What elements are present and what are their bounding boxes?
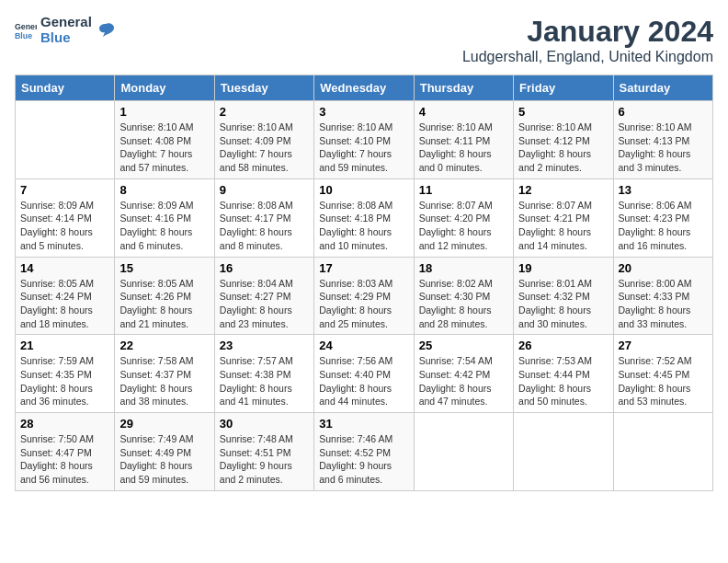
day-info: Sunrise: 8:05 AMSunset: 4:24 PMDaylight:… xyxy=(20,277,109,331)
calendar-cell: 23Sunrise: 7:57 AMSunset: 4:38 PMDayligh… xyxy=(214,335,313,413)
day-number: 28 xyxy=(20,417,109,431)
day-info: Sunrise: 7:59 AMSunset: 4:35 PMDaylight:… xyxy=(20,354,109,408)
calendar-cell: 3Sunrise: 8:10 AMSunset: 4:10 PMDaylight… xyxy=(314,101,414,179)
day-number: 10 xyxy=(319,183,408,197)
logo-icon: General Blue xyxy=(15,19,37,41)
calendar-title: January 2024 xyxy=(462,15,713,49)
page-header: General Blue General Blue January 2024 L… xyxy=(15,15,713,65)
calendar-cell: 5Sunrise: 8:10 AMSunset: 4:12 PMDaylight… xyxy=(514,101,613,179)
calendar-cell: 9Sunrise: 8:08 AMSunset: 4:17 PMDaylight… xyxy=(214,178,313,257)
day-info: Sunrise: 8:09 AMSunset: 4:14 PMDaylight:… xyxy=(20,199,109,253)
day-number: 25 xyxy=(419,339,508,352)
day-number: 22 xyxy=(119,339,209,352)
week-row-5: 28Sunrise: 7:50 AMSunset: 4:47 PMDayligh… xyxy=(16,413,713,491)
day-info: Sunrise: 7:46 AMSunset: 4:52 PMDaylight:… xyxy=(319,432,408,487)
week-row-1: 1Sunrise: 8:10 AMSunset: 4:08 PMDaylight… xyxy=(16,101,713,179)
week-row-2: 7Sunrise: 8:09 AMSunset: 4:14 PMDaylight… xyxy=(16,178,713,257)
day-info: Sunrise: 8:08 AMSunset: 4:17 PMDaylight:… xyxy=(220,199,309,253)
day-number: 15 xyxy=(119,261,209,275)
calendar-cell: 7Sunrise: 8:09 AMSunset: 4:14 PMDaylight… xyxy=(16,178,115,257)
day-info: Sunrise: 8:02 AMSunset: 4:30 PMDaylight:… xyxy=(419,277,508,331)
day-info: Sunrise: 8:01 AMSunset: 4:32 PMDaylight:… xyxy=(518,277,608,331)
calendar-cell xyxy=(613,413,712,491)
day-info: Sunrise: 8:07 AMSunset: 4:20 PMDaylight:… xyxy=(419,199,508,253)
day-number: 3 xyxy=(319,105,408,119)
day-number: 13 xyxy=(619,183,708,197)
calendar-cell: 14Sunrise: 8:05 AMSunset: 4:24 PMDayligh… xyxy=(16,257,115,335)
calendar-cell: 20Sunrise: 8:00 AMSunset: 4:33 PMDayligh… xyxy=(613,257,712,335)
calendar-cell: 22Sunrise: 7:58 AMSunset: 4:37 PMDayligh… xyxy=(115,335,214,413)
day-number: 31 xyxy=(319,417,408,431)
day-info: Sunrise: 8:00 AMSunset: 4:33 PMDaylight:… xyxy=(619,277,708,331)
calendar-cell: 8Sunrise: 8:09 AMSunset: 4:16 PMDaylight… xyxy=(115,178,214,257)
calendar-cell: 11Sunrise: 8:07 AMSunset: 4:20 PMDayligh… xyxy=(414,178,513,257)
calendar-cell: 29Sunrise: 7:49 AMSunset: 4:49 PMDayligh… xyxy=(115,413,214,491)
day-info: Sunrise: 8:08 AMSunset: 4:18 PMDaylight:… xyxy=(319,199,408,253)
calendar-cell: 17Sunrise: 8:03 AMSunset: 4:29 PMDayligh… xyxy=(314,257,414,335)
calendar-cell: 31Sunrise: 7:46 AMSunset: 4:52 PMDayligh… xyxy=(314,413,414,491)
day-info: Sunrise: 7:54 AMSunset: 4:42 PMDaylight:… xyxy=(419,354,508,408)
calendar-cell: 28Sunrise: 7:50 AMSunset: 4:47 PMDayligh… xyxy=(16,413,115,491)
calendar-cell: 19Sunrise: 8:01 AMSunset: 4:32 PMDayligh… xyxy=(514,257,613,335)
day-number: 23 xyxy=(220,339,309,352)
day-info: Sunrise: 7:53 AMSunset: 4:44 PMDaylight:… xyxy=(518,354,608,408)
day-number: 17 xyxy=(319,261,408,275)
calendar-cell: 16Sunrise: 8:04 AMSunset: 4:27 PMDayligh… xyxy=(214,257,313,335)
day-number: 7 xyxy=(20,183,109,197)
day-header-wednesday: Wednesday xyxy=(314,75,414,101)
logo-blue-text: Blue xyxy=(40,30,92,46)
calendar-cell: 25Sunrise: 7:54 AMSunset: 4:42 PMDayligh… xyxy=(414,335,513,413)
day-info: Sunrise: 8:10 AMSunset: 4:08 PMDaylight:… xyxy=(119,121,209,175)
day-number: 20 xyxy=(619,261,708,275)
day-header-monday: Monday xyxy=(115,75,214,101)
day-info: Sunrise: 8:10 AMSunset: 4:09 PMDaylight:… xyxy=(220,121,309,175)
day-info: Sunrise: 8:07 AMSunset: 4:21 PMDaylight:… xyxy=(518,199,608,253)
title-block: January 2024 Ludgershall, England, Unite… xyxy=(462,15,713,65)
calendar-cell xyxy=(16,101,115,179)
logo-general-text: General xyxy=(40,15,92,30)
calendar-cell: 21Sunrise: 7:59 AMSunset: 4:35 PMDayligh… xyxy=(16,335,115,413)
day-info: Sunrise: 7:49 AMSunset: 4:49 PMDaylight:… xyxy=(119,432,209,487)
day-header-friday: Friday xyxy=(514,75,613,101)
day-info: Sunrise: 7:52 AMSunset: 4:45 PMDaylight:… xyxy=(619,354,708,408)
calendar-cell: 6Sunrise: 8:10 AMSunset: 4:13 PMDaylight… xyxy=(613,101,712,179)
day-number: 27 xyxy=(619,339,708,352)
day-number: 6 xyxy=(619,105,708,119)
day-number: 4 xyxy=(419,105,508,119)
calendar-cell: 26Sunrise: 7:53 AMSunset: 4:44 PMDayligh… xyxy=(514,335,613,413)
day-header-tuesday: Tuesday xyxy=(214,75,313,101)
day-info: Sunrise: 7:56 AMSunset: 4:40 PMDaylight:… xyxy=(319,354,408,408)
day-info: Sunrise: 8:06 AMSunset: 4:23 PMDaylight:… xyxy=(619,199,708,253)
day-info: Sunrise: 8:05 AMSunset: 4:26 PMDaylight:… xyxy=(119,277,209,331)
day-number: 14 xyxy=(20,261,109,275)
day-info: Sunrise: 8:04 AMSunset: 4:27 PMDaylight:… xyxy=(220,277,309,331)
day-info: Sunrise: 8:03 AMSunset: 4:29 PMDaylight:… xyxy=(319,277,408,331)
day-number: 24 xyxy=(319,339,408,352)
logo-bird-icon xyxy=(96,20,116,40)
day-info: Sunrise: 7:57 AMSunset: 4:38 PMDaylight:… xyxy=(220,354,309,408)
days-header-row: SundayMondayTuesdayWednesdayThursdayFrid… xyxy=(16,75,713,101)
day-info: Sunrise: 8:10 AMSunset: 4:10 PMDaylight:… xyxy=(319,121,408,175)
day-info: Sunrise: 7:50 AMSunset: 4:47 PMDaylight:… xyxy=(20,432,109,487)
day-header-sunday: Sunday xyxy=(16,75,115,101)
calendar-cell: 12Sunrise: 8:07 AMSunset: 4:21 PMDayligh… xyxy=(514,178,613,257)
day-info: Sunrise: 7:48 AMSunset: 4:51 PMDaylight:… xyxy=(220,432,309,487)
day-header-saturday: Saturday xyxy=(613,75,712,101)
calendar-cell: 24Sunrise: 7:56 AMSunset: 4:40 PMDayligh… xyxy=(314,335,414,413)
day-info: Sunrise: 8:10 AMSunset: 4:12 PMDaylight:… xyxy=(518,121,608,175)
day-header-thursday: Thursday xyxy=(414,75,513,101)
day-info: Sunrise: 7:58 AMSunset: 4:37 PMDaylight:… xyxy=(119,354,209,408)
calendar-cell: 2Sunrise: 8:10 AMSunset: 4:09 PMDaylight… xyxy=(214,101,313,179)
week-row-3: 14Sunrise: 8:05 AMSunset: 4:24 PMDayligh… xyxy=(16,257,713,335)
calendar-cell: 13Sunrise: 8:06 AMSunset: 4:23 PMDayligh… xyxy=(613,178,712,257)
day-number: 19 xyxy=(518,261,608,275)
calendar-table: SundayMondayTuesdayWednesdayThursdayFrid… xyxy=(15,75,713,491)
day-number: 5 xyxy=(518,105,608,119)
location-subtitle: Ludgershall, England, United Kingdom xyxy=(462,49,713,65)
svg-text:General: General xyxy=(15,22,37,31)
day-number: 1 xyxy=(119,105,209,119)
calendar-cell xyxy=(414,413,513,491)
day-number: 21 xyxy=(20,339,109,352)
day-number: 8 xyxy=(119,183,209,197)
day-info: Sunrise: 8:10 AMSunset: 4:11 PMDaylight:… xyxy=(419,121,508,175)
